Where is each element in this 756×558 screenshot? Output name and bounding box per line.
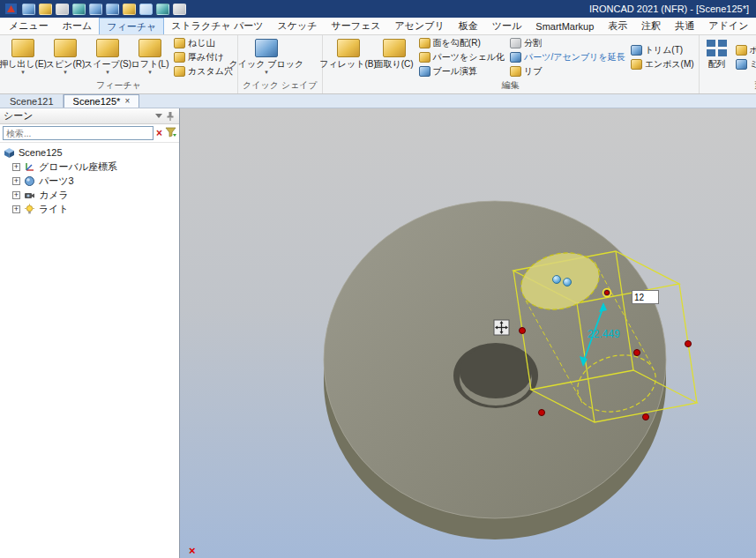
tree-search-input[interactable] [3, 126, 153, 140]
fillet-label: フィレット(B) [319, 59, 377, 69]
tab-smartmarkup[interactable]: SmartMarkup [528, 18, 601, 34]
loft-icon [138, 39, 161, 57]
split-button[interactable]: 分割 [508, 37, 627, 49]
mirror-label: ミラー(M) [750, 58, 756, 71]
expand-icon[interactable]: + [12, 177, 20, 185]
document-tab-bar: Scene121 Scene125* × [0, 94, 756, 108]
viewport-3d[interactable]: 22.449 [180, 108, 756, 558]
ribbon-tab-row: メニュー ホーム フィーチャ ストラクチャ パーツ スケッチ サーフェス アセン… [0, 18, 756, 35]
pattern-button[interactable]: 配列 [702, 36, 732, 79]
tree-item-part3[interactable]: + パーツ3 [0, 174, 179, 188]
active-resize-handle[interactable] [604, 290, 609, 294]
tree-item-global-coords[interactable]: + グローバル座標系 [0, 160, 179, 174]
filter-icon[interactable] [165, 127, 176, 139]
anchor-handle[interactable] [564, 279, 572, 286]
draft-face-button[interactable]: 面を勾配(R) [417, 37, 506, 49]
doc-tab-scene121[interactable]: Scene121 [1, 94, 64, 108]
extend-label: パーツ/アセンブリを延長 [524, 51, 625, 63]
tab-feature[interactable]: フィーチャ [99, 18, 164, 34]
extend-button[interactable]: パーツ/アセンブリを延長 [508, 51, 627, 63]
expand-icon[interactable]: + [12, 191, 20, 199]
quick-block-button[interactable]: クイック ブロック ▾ [241, 36, 292, 79]
sweep-button[interactable]: スイープ(S) ▾ [87, 36, 128, 79]
resize-handle[interactable] [539, 410, 545, 416]
extrude-button[interactable]: 押し出し(E) ▾ [3, 36, 43, 79]
extrude-icon [11, 39, 34, 57]
import-icon[interactable] [72, 4, 86, 15]
tab-surface[interactable]: サーフェス [324, 18, 387, 34]
move-handle-icon[interactable] [494, 320, 509, 335]
clear-search-icon[interactable]: × [156, 128, 162, 138]
close-icon[interactable]: × [124, 97, 130, 106]
size-input[interactable] [632, 290, 659, 304]
resize-handle[interactable] [520, 328, 526, 334]
doc-tab-scene125[interactable]: Scene125* × [64, 94, 140, 108]
group-label-quickshape: クイック シェイプ [241, 79, 319, 93]
main-area: シーン × [0, 108, 756, 558]
fillet-button[interactable]: フィレット(B) [326, 36, 371, 79]
shell-part-button[interactable]: パーツをシェル化 [417, 51, 506, 63]
tab-home[interactable]: ホーム [56, 18, 100, 34]
custom-hole-label: カスタム穴 [188, 65, 233, 78]
loft-button[interactable]: ロフト(L) ▾ [130, 36, 170, 79]
sweep-label: スイープ(S) [84, 59, 131, 69]
trim-button[interactable]: トリム(T) [629, 44, 696, 56]
shaded-view-icon[interactable] [139, 4, 153, 15]
scale-body-button[interactable]: ボディを拡大/縮小 [734, 44, 756, 56]
emboss-button[interactable]: エンボス(M) [629, 58, 696, 71]
thread-button[interactable]: ねじ山 [172, 37, 235, 49]
tab-addin[interactable]: アドイン [701, 18, 755, 34]
scene-tree: Scene125 + グローバル座標系 + パーツ3 [0, 143, 179, 216]
ribbon-group-transform: 配列 ボディを拡大/縮小 ミラー(M) ▾ 変形 [700, 35, 756, 93]
thread-icon [174, 38, 185, 48]
resize-handle[interactable] [685, 341, 692, 347]
tab-tools[interactable]: ツール [485, 18, 529, 34]
quick-block-label: クイック ブロック [229, 59, 304, 69]
emboss-label: エンボス(M) [645, 58, 694, 71]
chevron-down-icon: ▾ [148, 69, 152, 76]
spin-icon [54, 39, 77, 57]
tab-menu[interactable]: メニュー [2, 18, 56, 34]
ribbon-group-feature: 押し出し(E) ▾ スピン(R) ▾ スイープ(S) ▾ ロフト(L) ▾ [0, 35, 238, 93]
tab-annotation[interactable]: 注釈 [634, 18, 668, 34]
tab-assembly[interactable]: アセンブリ [388, 18, 452, 34]
settings-icon[interactable] [173, 4, 186, 15]
resize-handle[interactable] [643, 414, 649, 420]
spin-button[interactable]: スピン(R) ▾ [45, 36, 86, 79]
scale-body-label: ボディを拡大/縮小 [750, 44, 756, 56]
group-label-feature: フィーチャ [3, 79, 235, 93]
save-icon[interactable] [56, 4, 69, 15]
pin-icon[interactable] [164, 110, 176, 122]
expand-icon[interactable]: + [12, 163, 20, 171]
camera-icon[interactable] [123, 4, 136, 15]
app-logo-icon[interactable] [4, 3, 19, 15]
tab-sheetmetal[interactable]: 板金 [452, 18, 485, 34]
tree-item-label: カメラ [39, 189, 69, 202]
chevron-down-icon: ▾ [106, 69, 109, 76]
thicken-button[interactable]: 厚み付け [172, 51, 235, 63]
dimension-value: 22.449 [588, 328, 620, 340]
tree-item-scene125[interactable]: Scene125 [0, 145, 179, 160]
chamfer-button[interactable]: 面取り(C) [373, 36, 415, 79]
open-icon[interactable] [39, 4, 52, 15]
new-scene-icon[interactable] [22, 4, 35, 15]
expand-icon[interactable]: + [12, 205, 20, 213]
redo-icon[interactable] [106, 4, 119, 15]
anchor-handle[interactable] [553, 276, 561, 284]
tree-item-camera[interactable]: + カメラ [0, 188, 179, 202]
render-icon[interactable] [156, 4, 169, 15]
tab-common[interactable]: 共通 [668, 18, 701, 34]
mirror-button[interactable]: ミラー(M) ▾ [734, 58, 756, 71]
custom-hole-icon [174, 66, 185, 77]
undo-icon[interactable] [89, 4, 102, 15]
rib-button[interactable]: リブ [508, 65, 627, 78]
resize-handle[interactable] [634, 350, 640, 356]
spin-label: スピン(R) [46, 59, 86, 69]
tab-view[interactable]: 表示 [601, 18, 634, 34]
custom-hole-button[interactable]: カスタム穴 [172, 65, 235, 78]
boolean-button[interactable]: ブール演算 [417, 65, 506, 78]
chevron-down-icon[interactable] [153, 110, 164, 122]
tab-structure-parts[interactable]: ストラクチャ パーツ [164, 18, 270, 34]
tree-item-light[interactable]: + ライト [0, 202, 179, 216]
tab-sketch[interactable]: スケッチ [270, 18, 324, 34]
